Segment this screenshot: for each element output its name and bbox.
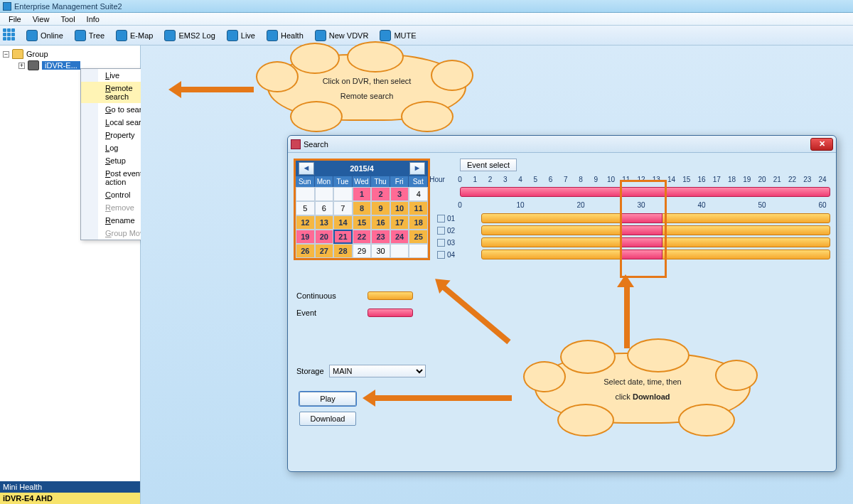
- channel-checkbox[interactable]: [437, 227, 445, 235]
- toolbar-tree[interactable]: Tree: [70, 28, 109, 43]
- channel-checkbox[interactable]: [437, 251, 445, 259]
- callout-download: Select date, time, then click Download: [535, 353, 751, 424]
- channel-timeline[interactable]: [481, 225, 830, 235]
- cal-day[interactable]: 24: [390, 230, 409, 244]
- hour-tick: 4: [518, 176, 522, 183]
- channel-row: 02: [437, 225, 830, 235]
- cal-day[interactable]: 9: [371, 201, 390, 215]
- cal-next[interactable]: ►: [409, 162, 425, 175]
- toolbar-ems2log[interactable]: EMS2 Log: [159, 28, 220, 43]
- cal-day: [390, 244, 409, 258]
- search-title: Search: [304, 140, 810, 149]
- cal-day[interactable]: 6: [315, 201, 334, 215]
- cal-day[interactable]: 1: [353, 187, 372, 201]
- cal-day[interactable]: 13: [315, 215, 334, 230]
- cal-dow: Sun: [296, 176, 315, 187]
- cal-day[interactable]: 21: [333, 230, 353, 244]
- channel-timeline[interactable]: [481, 213, 830, 223]
- minute-tick: 60: [818, 201, 826, 209]
- search-titlebar[interactable]: Search ✕: [288, 136, 836, 153]
- cal-day[interactable]: 22: [353, 230, 372, 244]
- cal-day[interactable]: 29: [353, 244, 372, 258]
- cal-day[interactable]: 2: [371, 187, 390, 201]
- channel-timeline[interactable]: [481, 250, 830, 259]
- menu-tool[interactable]: Tool: [55, 14, 80, 25]
- online-icon: [26, 30, 38, 41]
- hour-tick: 10: [607, 176, 615, 183]
- tree-toggle[interactable]: −: [3, 51, 9, 58]
- cal-day[interactable]: 4: [409, 187, 428, 201]
- cal-day[interactable]: 23: [371, 230, 390, 244]
- toolbar: Online Tree E-Map EMS2 Log Live Health N…: [0, 26, 853, 45]
- toolbar-health[interactable]: Health: [262, 28, 309, 43]
- cal-day[interactable]: 25: [409, 230, 428, 244]
- cal-day[interactable]: 12: [296, 215, 315, 230]
- channel-checkbox[interactable]: [437, 215, 445, 222]
- cal-prev[interactable]: ◄: [299, 162, 314, 175]
- hour-tick: 5: [533, 176, 537, 183]
- app-title: Enterprise Management Suite2: [14, 2, 122, 11]
- cal-day: [409, 244, 428, 258]
- storage-select[interactable]: MAIN: [329, 365, 426, 377]
- channel-timeline[interactable]: [481, 237, 830, 247]
- hour-tick: 11: [622, 176, 630, 183]
- menu-file[interactable]: File: [3, 14, 27, 25]
- minute-tick: 0: [458, 201, 462, 209]
- hour-scale-bar[interactable]: [460, 187, 830, 197]
- toolbar-online[interactable]: Online: [21, 28, 68, 43]
- arrow-to-download: [363, 392, 512, 404]
- health-icon: [267, 30, 278, 41]
- hour-tick: 9: [594, 176, 598, 183]
- grid-view-button[interactable]: [3, 28, 17, 43]
- cal-day[interactable]: 11: [409, 201, 428, 215]
- cal-day[interactable]: 27: [315, 244, 334, 258]
- minute-tick: 10: [516, 201, 524, 209]
- cal-day[interactable]: 5: [296, 201, 315, 215]
- dvr-icon: [28, 60, 39, 70]
- hour-tick: 15: [682, 176, 690, 183]
- live-icon: [227, 30, 238, 41]
- mini-health-bar[interactable]: Mini Health: [0, 481, 140, 493]
- minute-tick: 50: [758, 201, 766, 209]
- toolbar-newvdvr[interactable]: New VDVR: [310, 28, 374, 43]
- titlebar: Enterprise Management Suite2: [0, 0, 853, 13]
- close-button[interactable]: ✕: [810, 138, 833, 151]
- play-button[interactable]: Play: [299, 392, 356, 406]
- hour-tick: 3: [503, 176, 508, 183]
- selected-device-bar[interactable]: iDVR-E4 AHD: [0, 493, 140, 504]
- toolbar-mute[interactable]: MUTE: [375, 28, 421, 43]
- toolbar-live[interactable]: Live: [222, 28, 260, 43]
- cal-day[interactable]: 30: [371, 244, 390, 258]
- menu-info[interactable]: Info: [81, 14, 105, 25]
- cal-day[interactable]: 7: [333, 201, 353, 215]
- hour-tick: 24: [818, 176, 826, 183]
- cal-day[interactable]: 14: [333, 215, 353, 230]
- channel-checkbox[interactable]: [437, 239, 445, 247]
- tree-toggle[interactable]: +: [18, 63, 25, 69]
- cal-day[interactable]: 19: [296, 230, 315, 244]
- newvdvr-icon: [315, 30, 326, 41]
- hour-tick: 17: [713, 176, 721, 183]
- download-button[interactable]: Download: [299, 412, 356, 426]
- cal-day[interactable]: 3: [390, 187, 409, 201]
- legend: Continuous Event: [296, 291, 413, 326]
- cal-day[interactable]: 28: [333, 244, 353, 258]
- menu-view[interactable]: View: [27, 14, 55, 25]
- cal-day[interactable]: 16: [371, 215, 390, 230]
- cal-day[interactable]: 10: [390, 201, 409, 215]
- cal-day[interactable]: 18: [409, 215, 428, 230]
- toolbar-emap[interactable]: E-Map: [111, 28, 158, 43]
- event-select-button[interactable]: Event select: [460, 159, 517, 171]
- cal-day[interactable]: 8: [353, 201, 372, 215]
- cal-day[interactable]: 15: [353, 215, 372, 230]
- hour-axis-label: Hour: [429, 176, 445, 183]
- tree-root-row[interactable]: − Group: [3, 48, 137, 60]
- storage-label: Storage: [296, 367, 329, 375]
- hour-tick: 22: [788, 176, 796, 183]
- hour-tick: 14: [667, 176, 675, 183]
- cal-day[interactable]: 20: [315, 230, 334, 244]
- cal-day[interactable]: 26: [296, 244, 315, 258]
- emap-icon: [116, 30, 127, 41]
- hour-tick: 19: [743, 176, 751, 183]
- cal-day[interactable]: 17: [390, 215, 409, 230]
